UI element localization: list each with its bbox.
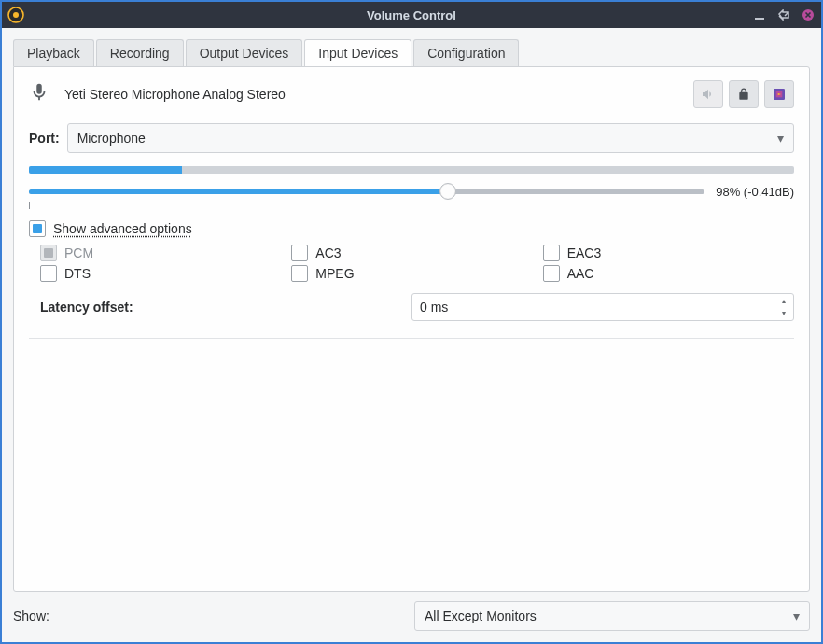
codec-eac3-label: EAC3 <box>567 245 602 260</box>
tabs: Playback Recording Output Devices Input … <box>2 28 821 66</box>
codec-mpeg: MPEG <box>291 265 542 282</box>
codec-ac3-checkbox[interactable] <box>291 245 308 261</box>
codec-eac3: EAC3 <box>543 245 794 261</box>
level-meter-fill <box>29 166 182 174</box>
codec-ac3: AC3 <box>291 245 542 261</box>
maximize-button[interactable] <box>776 7 791 22</box>
port-select-value: Microphone <box>77 131 146 146</box>
svg-rect-2 <box>755 18 764 20</box>
chevron-down-icon: ▾ <box>777 131 784 146</box>
lock-channels-button[interactable] <box>729 80 759 108</box>
tab-configuration[interactable]: Configuration <box>413 39 519 66</box>
divider <box>29 338 794 339</box>
codec-mpeg-label: MPEG <box>315 266 354 281</box>
chevron-down-icon: ▾ <box>793 609 800 623</box>
window-controls <box>752 2 816 28</box>
minimize-button[interactable] <box>752 7 767 22</box>
latency-value: 0 ms <box>420 300 448 315</box>
volume-readout: 98% (-0.41dB) <box>712 185 794 199</box>
codec-dts-label: DTS <box>64 266 91 281</box>
device-header: Yeti Stereo Microphone Analog Stereo <box>29 80 794 108</box>
spin-down-button[interactable]: ▾ <box>776 307 791 319</box>
app-icon <box>7 7 24 23</box>
show-label: Show: <box>13 609 405 623</box>
latency-label: Latency offset: <box>29 300 402 315</box>
advanced-checkbox[interactable] <box>29 220 46 237</box>
codec-ac3-label: AC3 <box>315 245 341 260</box>
show-select-value: All Except Monitors <box>425 609 537 623</box>
codec-aac-checkbox[interactable] <box>543 265 560 282</box>
codec-eac3-checkbox[interactable] <box>543 245 560 261</box>
codec-mpeg-checkbox[interactable] <box>291 265 308 282</box>
app-body: Playback Recording Output Devices Input … <box>2 28 821 642</box>
spin-buttons: ▴ ▾ <box>776 295 791 319</box>
mute-button[interactable] <box>693 80 723 108</box>
device-header-buttons <box>693 80 794 108</box>
port-select[interactable]: Microphone ▾ <box>67 123 794 153</box>
tab-recording[interactable]: Recording <box>96 39 184 66</box>
tab-output-devices[interactable]: Output Devices <box>186 39 303 66</box>
codec-pcm-checkbox <box>40 245 57 261</box>
volume-slider[interactable] <box>29 183 704 200</box>
slider-fill <box>29 189 448 194</box>
close-button[interactable] <box>801 7 816 22</box>
spin-up-button[interactable]: ▴ <box>776 295 791 307</box>
show-select[interactable]: All Except Monitors ▾ <box>414 601 810 631</box>
latency-row: Latency offset: 0 ms ▴ ▾ <box>29 293 794 321</box>
advanced-toggle: Show advanced options <box>29 220 794 237</box>
latency-spinbox[interactable]: 0 ms ▴ ▾ <box>412 293 794 321</box>
svg-point-1 <box>13 12 19 18</box>
footer: Show: All Except Monitors ▾ <box>2 592 821 642</box>
codec-pcm: PCM <box>40 245 291 261</box>
codec-grid: PCM AC3 EAC3 DTS MPEG AAC <box>29 245 794 282</box>
port-row: Port: Microphone ▾ <box>29 123 794 153</box>
codec-aac: AAC <box>543 265 794 282</box>
microphone-icon <box>29 82 49 106</box>
advanced-label[interactable]: Show advanced options <box>53 221 192 236</box>
level-meter <box>29 166 794 174</box>
port-label: Port: <box>29 131 60 146</box>
volume-slider-row: 98% (-0.41dB) <box>29 183 794 200</box>
codec-dts-checkbox[interactable] <box>40 265 57 282</box>
device-name: Yeti Stereo Microphone Analog Stereo <box>64 87 678 102</box>
codec-aac-label: AAC <box>567 266 594 281</box>
codec-pcm-label: PCM <box>64 245 93 260</box>
tab-input-devices[interactable]: Input Devices <box>304 39 412 66</box>
window-title: Volume Control <box>367 8 456 22</box>
titlebar: Volume Control <box>2 2 821 28</box>
codec-dts: DTS <box>40 265 291 282</box>
tab-panel-input-devices: Yeti Stereo Microphone Analog Stereo <box>13 66 810 592</box>
slider-thumb[interactable] <box>439 183 456 200</box>
set-default-button[interactable] <box>764 80 794 108</box>
slider-ticks <box>29 202 794 211</box>
tab-playback[interactable]: Playback <box>13 39 94 66</box>
